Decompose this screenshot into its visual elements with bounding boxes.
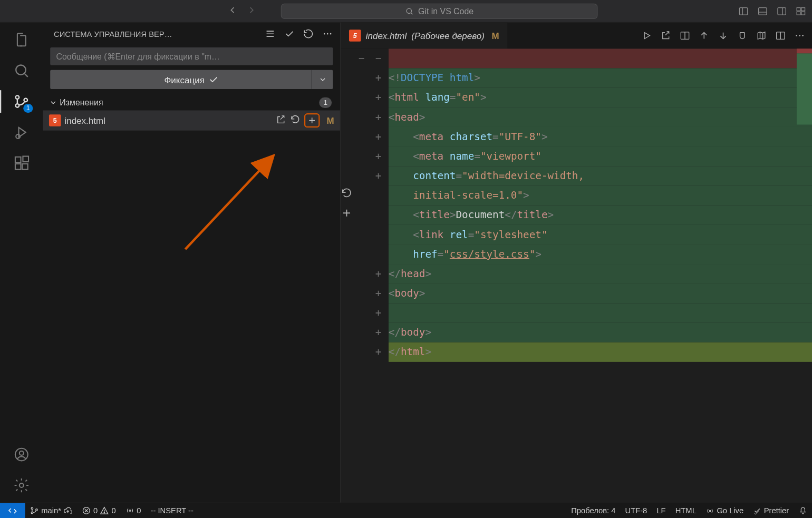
layout-customize-icon[interactable] [796,6,806,16]
changes-section[interactable]: Изменения 1 [43,94,340,111]
accounts-icon[interactable] [13,446,31,464]
svg-point-43 [799,35,800,36]
settings-gear-icon[interactable] [13,476,31,494]
svg-rect-4 [759,7,767,15]
command-center[interactable]: Git in VS Code [281,3,598,18]
run-debug-icon[interactable] [13,123,31,141]
notifications-icon[interactable] [794,506,812,515]
code-editor[interactable]: − −+++++++++++ <!DOCTYPE html><html lang… [341,48,812,502]
tab-suffix: (Рабочее дерево) [411,31,485,41]
status-bar: main* 0 0 0 -- INSERT -- Пробелов: 4 UTF… [0,503,812,518]
discard-changes-icon[interactable] [289,114,300,127]
revert-hunk-icon[interactable] [341,187,362,206]
scm-panel: СИСТЕМА УПРАВЛЕНИЯ ВЕР… Сообщение (⌘Ente… [43,23,341,503]
commit-message-input[interactable]: Сообщение (⌘Enter для фиксации в "m… [50,47,333,65]
changes-count: 1 [320,97,332,108]
stage-changes-button[interactable] [304,113,319,128]
changed-file-row[interactable]: 5 index.html M [43,110,340,130]
svg-point-0 [407,8,411,13]
editor-tab[interactable]: 5 index.html (Рабочее дерево) M [341,23,507,49]
titlebar: Git in VS Code [0,0,812,23]
svg-point-27 [324,33,325,35]
whitespace-icon[interactable] [737,30,748,41]
nav-forward-icon[interactable] [246,5,257,17]
svg-point-56 [710,510,711,512]
commit-check-icon[interactable] [284,28,294,39]
diff-layout-icon[interactable] [680,30,690,41]
html5-icon: 5 [349,30,361,42]
svg-rect-10 [797,12,800,15]
changes-label: Изменения [60,98,103,107]
next-change-icon[interactable] [718,30,728,41]
svg-rect-18 [15,164,21,170]
editor-area: 5 index.html (Рабочее дерево) M [341,23,812,503]
activity-bar: 1 [0,23,43,503]
eol-status[interactable]: LF [652,506,670,515]
svg-point-55 [129,510,131,512]
scm-badge: 1 [23,104,33,113]
branch-status[interactable]: main* [25,506,78,515]
html5-icon: 5 [49,114,61,126]
ports-status[interactable]: 0 [121,506,146,515]
language-status[interactable]: HTML [671,506,701,515]
svg-point-49 [36,509,38,511]
changed-file-name: index.html [64,115,105,125]
annotation-arrow [179,149,287,256]
stage-hunk-icon[interactable] [341,206,362,226]
refresh-icon[interactable] [303,28,314,39]
problems-status[interactable]: 0 0 [78,506,121,515]
layout-panel-icon[interactable] [757,6,768,16]
branch-name: main* [41,506,61,515]
svg-point-47 [31,507,33,510]
chevron-down-icon [49,99,57,107]
svg-rect-9 [801,7,805,11]
svg-rect-17 [15,157,21,163]
command-center-text: Git in VS Code [418,6,473,16]
tab-status: M [491,31,499,41]
explorer-icon[interactable] [13,31,31,49]
scm-title: СИСТЕМА УПРАВЛЕНИЯ ВЕР… [54,30,265,38]
map-icon[interactable] [756,30,767,41]
search-tab-icon[interactable] [13,62,31,80]
svg-rect-20 [23,157,28,162]
open-file-icon[interactable] [275,114,286,127]
svg-point-23 [20,483,24,487]
go-live-status[interactable]: Go Live [701,506,748,515]
nav-back-icon[interactable] [227,5,238,17]
more-icon[interactable] [322,28,333,39]
svg-point-12 [16,65,26,74]
search-icon [405,7,413,15]
svg-rect-6 [778,7,786,15]
svg-point-54 [104,512,105,513]
commit-dropdown[interactable] [312,70,333,89]
prettier-status[interactable]: Prettier [748,506,794,515]
svg-point-42 [796,35,797,36]
editor-more-icon[interactable] [794,30,805,41]
layout-primary-side-icon[interactable] [738,6,749,16]
svg-point-48 [31,512,33,514]
minimap[interactable] [797,48,812,502]
extensions-icon[interactable] [13,154,31,172]
svg-point-15 [24,99,27,102]
editor-mode: -- INSERT -- [146,506,198,515]
commit-placeholder: Сообщение (⌘Enter для фиксации в "m… [56,52,220,61]
remote-indicator[interactable] [0,503,25,518]
split-editor-icon[interactable] [775,30,786,41]
run-icon[interactable] [641,30,652,41]
tab-filename: index.html [366,31,407,41]
encoding-status[interactable]: UTF-8 [620,506,652,515]
svg-rect-11 [801,12,805,15]
indentation-status[interactable]: Пробелов: 4 [566,506,620,515]
svg-point-29 [330,33,332,35]
layout-secondary-side-icon[interactable] [776,6,787,16]
view-as-tree-icon[interactable] [265,28,275,39]
goto-file-icon[interactable] [661,30,671,41]
file-status-label: M [326,115,334,125]
source-control-icon[interactable]: 1 [13,93,31,111]
prev-change-icon[interactable] [699,30,709,41]
commit-button[interactable]: Фиксация [50,70,333,89]
svg-point-14 [16,104,20,107]
editor-tabs: 5 index.html (Рабочее дерево) M [341,23,812,49]
svg-line-32 [185,157,272,249]
svg-rect-8 [797,7,800,11]
